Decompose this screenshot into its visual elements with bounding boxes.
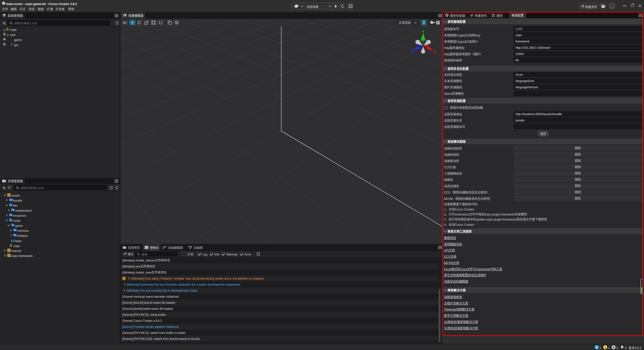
svg-text:X: X [433,50,436,54]
svg-text:Z: Z [411,50,413,54]
svg-text:Y: Y [422,29,424,34]
